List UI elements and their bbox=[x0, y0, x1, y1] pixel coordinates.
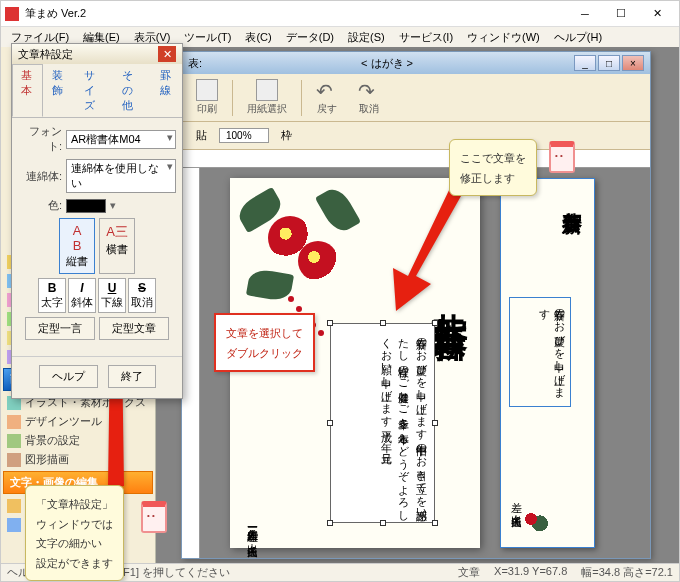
fixed-phrase-button[interactable]: 定型一言 bbox=[25, 317, 95, 340]
app-titlebar: 筆まめ Ver.2 ─ ☐ ✕ bbox=[1, 1, 679, 27]
doc-maximize-button[interactable]: □ bbox=[598, 55, 620, 71]
undo-label: 戻す bbox=[317, 102, 337, 116]
color-label: 色: bbox=[18, 198, 62, 213]
resize-handle[interactable] bbox=[432, 320, 438, 326]
menu-window[interactable]: ウィンドウ(W) bbox=[461, 28, 546, 47]
redo-button[interactable]: ↷取消 bbox=[352, 77, 386, 118]
status-wh: 幅=34.8 高さ=72.1 bbox=[581, 565, 673, 580]
horizontal-text-button[interactable]: A三横書 bbox=[99, 218, 135, 274]
tab-other[interactable]: その他 bbox=[113, 64, 151, 117]
postcard-thumbnail[interactable]: 恭賀新春 新春のお慶びを申し上げます 差 出 連氏名 bbox=[500, 178, 595, 548]
doc-toolbar: 印刷 用紙選択 ↶戻す ↷取消 bbox=[182, 74, 650, 122]
horiz-label: 横書 bbox=[106, 242, 128, 257]
italic-button[interactable]: I斜体 bbox=[68, 278, 96, 313]
sidebar-label: 背景の設定 bbox=[25, 433, 80, 448]
callout-edit-here: ここで文章を 修正します bbox=[449, 139, 537, 196]
redo-label: 取消 bbox=[359, 102, 379, 116]
frame-label: 枠 bbox=[281, 128, 292, 143]
text-frame-selected[interactable]: 新春のお慶びを申し上げます 旧年中のお引き立てを感謝いたし 皆様のご健勝とご多幸… bbox=[330, 323, 435, 523]
line-select[interactable]: 連綿体を使用しない bbox=[66, 159, 176, 193]
close-button[interactable]: ✕ bbox=[639, 3, 675, 25]
menu-tool[interactable]: ツール(T) bbox=[178, 28, 237, 47]
paste-label: 貼 bbox=[196, 128, 207, 143]
print-button[interactable]: 印刷 bbox=[190, 77, 224, 118]
svg-marker-0 bbox=[393, 186, 461, 311]
resize-handle[interactable] bbox=[327, 320, 333, 326]
vert-label: 縦書 bbox=[66, 254, 88, 269]
menu-table[interactable]: 表(C) bbox=[239, 28, 277, 47]
mascot-icon bbox=[141, 501, 175, 541]
doc-minimize-button[interactable]: _ bbox=[574, 55, 596, 71]
bold-label: 太字 bbox=[41, 295, 63, 310]
callout-double-click: 文章を選択して ダブルクリック bbox=[214, 313, 315, 372]
dialog-title: 文章枠設定 bbox=[18, 47, 158, 62]
menu-settings[interactable]: 設定(S) bbox=[342, 28, 391, 47]
maximize-button[interactable]: ☐ bbox=[603, 3, 639, 25]
help-button[interactable]: ヘルプ bbox=[39, 365, 98, 388]
bold-button[interactable]: B太字 bbox=[38, 278, 66, 313]
ruler-vertical bbox=[182, 168, 200, 558]
font-label: フォント: bbox=[18, 124, 62, 154]
resize-handle[interactable] bbox=[380, 320, 386, 326]
minimize-button[interactable]: ─ bbox=[567, 3, 603, 25]
strike-button[interactable]: S取消 bbox=[128, 278, 156, 313]
doc-close-button[interactable]: × bbox=[622, 55, 644, 71]
menu-help[interactable]: ヘルプ(H) bbox=[548, 28, 608, 47]
line-label: 連綿体: bbox=[18, 169, 62, 184]
mini-decoration bbox=[509, 497, 553, 541]
text-frame-settings-dialog: 文章枠設定 ✕ 基本 装飾 サイズ その他 罫線 フォント:AR楷書体M04 連… bbox=[11, 43, 183, 399]
arrow-annotation bbox=[361, 176, 481, 318]
paper-button[interactable]: 用紙選択 bbox=[241, 77, 293, 118]
mascot-icon bbox=[549, 141, 583, 181]
dialog-titlebar[interactable]: 文章枠設定 ✕ bbox=[12, 44, 182, 64]
tab-decor[interactable]: 装飾 bbox=[43, 64, 74, 117]
resize-handle[interactable] bbox=[380, 520, 386, 526]
doc-title-prefix: 表: bbox=[188, 56, 202, 71]
font-select[interactable]: AR楷書体M04 bbox=[66, 130, 176, 149]
menu-data[interactable]: データ(D) bbox=[280, 28, 340, 47]
tab-border[interactable]: 罫線 bbox=[151, 64, 182, 117]
color-swatch[interactable] bbox=[66, 199, 106, 213]
exit-button[interactable]: 終了 bbox=[108, 365, 156, 388]
italic-label: 斜体 bbox=[71, 295, 93, 310]
paper-label: 用紙選択 bbox=[247, 102, 287, 116]
status-mode: 文章 bbox=[458, 565, 480, 580]
callout-dialog-info: 「文章枠設定」 ウィンドウでは 文字の細かい 設定ができます bbox=[25, 485, 124, 581]
resize-handle[interactable] bbox=[432, 420, 438, 426]
vertical-text-button[interactable]: AB縦書 bbox=[59, 218, 95, 274]
resize-handle[interactable] bbox=[327, 520, 333, 526]
tab-size[interactable]: サイズ bbox=[75, 64, 113, 117]
resize-handle[interactable] bbox=[432, 520, 438, 526]
print-label: 印刷 bbox=[197, 102, 217, 116]
resize-handle[interactable] bbox=[327, 420, 333, 426]
strike-label: 取消 bbox=[131, 295, 153, 310]
doc-title-text: < はがき > bbox=[202, 56, 572, 71]
dialog-close-button[interactable]: ✕ bbox=[158, 46, 176, 62]
mini-text-frame: 新春のお慶びを申し上げます bbox=[509, 297, 571, 407]
status-xy: X=31.9 Y=67.8 bbox=[494, 565, 567, 580]
dialog-tabs: 基本 装飾 サイズ その他 罫線 bbox=[12, 64, 182, 118]
frame-button[interactable]: 枠 bbox=[275, 126, 298, 145]
zoom-select[interactable]: 100% bbox=[219, 128, 269, 143]
text-line: 皆様のご健勝とご多幸を bbox=[398, 358, 410, 423]
tab-basic[interactable]: 基本 bbox=[12, 64, 43, 117]
doc-titlebar: 表: < はがき > _ □ × bbox=[182, 52, 650, 74]
paper-icon bbox=[256, 79, 278, 101]
menu-service[interactable]: サービス(I) bbox=[393, 28, 459, 47]
sidebar-label: 図形描画 bbox=[25, 452, 69, 467]
app-icon bbox=[5, 7, 19, 21]
underline-button[interactable]: U下線 bbox=[98, 278, 126, 313]
undo-button[interactable]: ↶戻す bbox=[310, 77, 344, 118]
app-title: 筆まめ Ver.2 bbox=[25, 6, 567, 21]
text-line: 平成 年 元旦 bbox=[381, 423, 393, 445]
printer-icon bbox=[196, 79, 218, 101]
under-label: 下線 bbox=[101, 295, 123, 310]
paste-button[interactable]: 貼 bbox=[190, 126, 213, 145]
addr-line: 差 出 bbox=[247, 523, 259, 534]
text-line: 新春のお慶びを申し上げます bbox=[416, 330, 428, 434]
fixed-text-button[interactable]: 定型文章 bbox=[99, 317, 169, 340]
sender-address[interactable]: 差出人住所一ー〇ー〇 差 出 連氏名 bbox=[242, 521, 264, 537]
